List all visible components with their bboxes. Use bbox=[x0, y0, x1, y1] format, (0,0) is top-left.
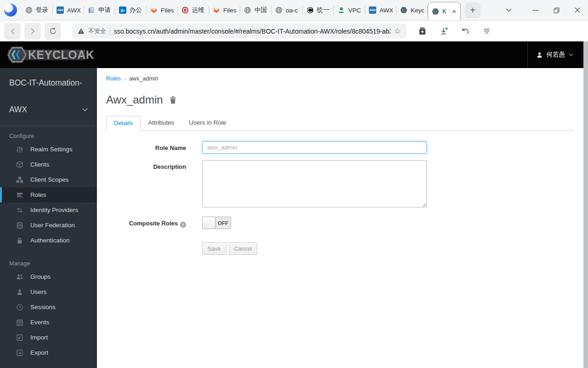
sidebar-item-users[interactable]: Users bbox=[0, 284, 97, 299]
cancel-button[interactable]: Cancel bbox=[229, 242, 258, 255]
sidebar-item-label: Import bbox=[30, 334, 48, 341]
tab-users-in-role[interactable]: Users in Role bbox=[181, 116, 233, 130]
browser-tab-files[interactable]: Files bbox=[147, 0, 178, 20]
security-warning-icon[interactable] bbox=[78, 28, 85, 34]
tab-details[interactable]: Details bbox=[106, 116, 141, 131]
browser-tab-办公[interactable]: s›办公 bbox=[115, 0, 147, 20]
composite-roles-label: Composite Roles? bbox=[106, 217, 186, 229]
sidebar-item-client-scopes[interactable]: Client Scopes bbox=[0, 172, 97, 187]
description-label: Description bbox=[106, 160, 186, 209]
browser-tab-登录[interactable]: 登录 bbox=[22, 0, 53, 20]
menu-icon[interactable] bbox=[483, 27, 491, 35]
breadcrumb: Roles › awx_admin bbox=[106, 75, 574, 82]
sidebar-item-label: Roles bbox=[30, 191, 46, 198]
sidebar-item-import[interactable]: Import bbox=[0, 330, 97, 345]
reload-icon[interactable] bbox=[45, 23, 61, 40]
sidebar-item-authentication[interactable]: Authentication bbox=[0, 233, 97, 248]
sidebar-item-identity-providers[interactable]: Identity Providers bbox=[0, 202, 97, 218]
sidebar-item-label: Sessions bbox=[30, 304, 56, 310]
browser-tab-vpc[interactable]: VPC bbox=[334, 0, 365, 20]
sidebar-item-label: Export bbox=[30, 349, 48, 356]
breadcrumb-roles-link[interactable]: Roles bbox=[106, 75, 121, 82]
breadcrumb-current: awx_admin bbox=[129, 75, 158, 82]
back-icon[interactable] bbox=[4, 23, 21, 40]
realm-name-line2: AWX bbox=[9, 105, 27, 115]
tab-label: K bbox=[442, 8, 448, 15]
import-icon bbox=[16, 334, 24, 341]
role-name-input[interactable] bbox=[202, 141, 427, 154]
realm-name-line1: BOC-IT-Automation- bbox=[9, 78, 88, 88]
sidebar-item-label: User Federation bbox=[30, 222, 75, 229]
toggle-handle bbox=[203, 217, 215, 229]
page-scrollbar[interactable] bbox=[583, 41, 588, 368]
download-icon[interactable] bbox=[440, 27, 448, 35]
boc-favicon bbox=[181, 6, 189, 14]
tab-label: VPC bbox=[348, 7, 362, 14]
tab-search-chevron-icon[interactable] bbox=[498, 0, 519, 20]
sidebar-item-user-federation[interactable]: User Federation bbox=[0, 218, 97, 233]
url-text[interactable]: sso.bocsys.cn/auth/admin/master/console/… bbox=[114, 28, 390, 35]
undo-icon[interactable] bbox=[461, 27, 469, 35]
browser-tab-files[interactable]: Files bbox=[209, 0, 240, 20]
browser-tab-keyc[interactable]: Keyc bbox=[396, 0, 428, 20]
person-favicon bbox=[338, 6, 345, 14]
browser-tab-awx[interactable]: AWXAWX bbox=[53, 0, 84, 20]
browser-address-bar: 不安全 sso.bocsys.cn/auth/admin/master/cons… bbox=[0, 21, 588, 41]
gitlab-favicon bbox=[150, 6, 158, 14]
close-window-icon[interactable] bbox=[567, 0, 588, 20]
browser-tab-k[interactable]: K× bbox=[428, 2, 461, 20]
tab-label: AWX bbox=[379, 7, 393, 14]
forward-icon[interactable] bbox=[24, 23, 41, 40]
help-icon[interactable]: ? bbox=[180, 222, 186, 228]
collections-icon[interactable] bbox=[418, 27, 426, 35]
cubes-icon bbox=[16, 176, 24, 184]
realm-selector[interactable]: AWX bbox=[9, 105, 88, 115]
keycloak-header: KEYCLOAK 何若愚 bbox=[0, 41, 583, 68]
sidebar-item-realm-settings[interactable]: Realm Settings bbox=[0, 142, 97, 157]
globe-favicon bbox=[244, 6, 251, 14]
sidebar-item-label: Users bbox=[30, 288, 46, 295]
browser-tab-统一[interactable]: 统一 bbox=[303, 0, 334, 20]
tab-label: Keyc bbox=[411, 7, 424, 14]
sidebar-item-sessions[interactable]: Sessions bbox=[0, 299, 97, 315]
sidebar-item-label: Clients bbox=[30, 161, 49, 168]
browser-tab-中国[interactable]: 中国 bbox=[240, 0, 271, 20]
breadcrumb-separator: › bbox=[124, 75, 126, 82]
save-button[interactable]: Save bbox=[202, 242, 226, 255]
browser-tab-运维[interactable]: 运维 bbox=[178, 0, 209, 20]
new-tab-button[interactable]: + bbox=[465, 2, 481, 18]
restore-window-icon[interactable] bbox=[546, 0, 567, 20]
user-menu[interactable]: 何若愚 bbox=[527, 41, 584, 68]
database-icon bbox=[16, 222, 24, 229]
url-field[interactable]: 不安全 sso.bocsys.cn/auth/admin/master/cons… bbox=[72, 23, 407, 39]
exchange-icon bbox=[16, 207, 24, 214]
sidebar-item-export[interactable]: Export bbox=[0, 345, 97, 360]
sidebar-item-groups[interactable]: Groups bbox=[0, 269, 97, 284]
sidebar-item-events[interactable]: Events bbox=[0, 315, 97, 330]
sidebar-item-label: Events bbox=[30, 319, 49, 326]
browser-tab-awx[interactable]: AWXAWX bbox=[365, 0, 396, 20]
browser-tab-oa-c[interactable]: oa-c bbox=[271, 0, 303, 20]
browser-tab-申请[interactable]: 申请 bbox=[84, 0, 115, 20]
sidebar-item-roles[interactable]: Roles bbox=[0, 187, 97, 202]
tab-label: 运维 bbox=[192, 6, 205, 14]
keycloak-logo: KEYCLOAK bbox=[7, 46, 94, 64]
sidebar-item-clients[interactable]: Clients bbox=[0, 157, 97, 172]
user-name: 何若愚 bbox=[547, 51, 565, 59]
composite-roles-toggle[interactable]: OFF bbox=[202, 217, 231, 229]
browser-logo-icon[interactable] bbox=[3, 2, 18, 18]
sidebar-section-manage: Manage bbox=[9, 260, 97, 267]
description-textarea[interactable] bbox=[202, 160, 427, 207]
close-tab-icon[interactable]: × bbox=[452, 8, 457, 15]
list-icon bbox=[16, 191, 24, 199]
tab-attributes[interactable]: Attributes bbox=[141, 116, 181, 130]
delete-role-trash-icon[interactable] bbox=[170, 96, 176, 104]
security-label[interactable]: 不安全 bbox=[88, 27, 106, 35]
sidebar-item-label: Identity Providers bbox=[30, 207, 78, 213]
awx-favicon: AWX bbox=[57, 6, 64, 14]
bookmark-star-icon[interactable]: ☆ bbox=[394, 26, 401, 36]
sidebar: BOC-IT-Automation- AWX ConfigureRealm Se… bbox=[0, 68, 97, 368]
toggle-off-label: OFF bbox=[215, 217, 231, 229]
minimize-icon[interactable] bbox=[525, 0, 546, 20]
tab-label: AWX bbox=[67, 7, 80, 14]
